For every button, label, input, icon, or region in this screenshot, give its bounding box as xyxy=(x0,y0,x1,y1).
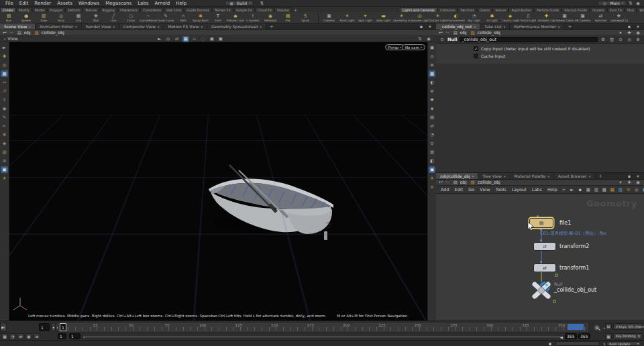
shelf-tool-button[interactable]: ✚ Gamepad Camera xyxy=(610,12,628,23)
tool-strip-icon[interactable]: ✎ xyxy=(1,114,8,121)
shelf-tool-button[interactable]: S Spiral xyxy=(297,12,314,23)
network-editor[interactable]: Geometry ▤ file1 C01-道具模型-船-01（简化）.fbx ⇄… xyxy=(436,194,644,321)
shelf-tool-button[interactable]: ● Sphere xyxy=(17,12,35,23)
network-menu-item[interactable]: Layout xyxy=(510,187,529,192)
tool-strip-icon[interactable]: ↺ xyxy=(1,88,8,95)
chevron-down-icon[interactable]: ▾ xyxy=(617,180,624,186)
playback-option-icon[interactable]: ◔ xyxy=(9,333,16,339)
pane-tab[interactable]: Motion FX View▾ xyxy=(164,23,207,30)
key-state[interactable]: Key Pending ⇅ xyxy=(613,333,643,339)
shelf-tab[interactable]: Collisions xyxy=(437,7,458,12)
viewport-option-icon[interactable]: ◧ xyxy=(429,158,435,164)
parameter-toolbar-icon[interactable]: ⚙ xyxy=(600,37,606,43)
nav-back-icon[interactable]: ↩ xyxy=(3,30,7,36)
pane-tab[interactable]: Material Palette▾ xyxy=(511,173,555,179)
pane-option-icon[interactable]: ▪ xyxy=(418,23,425,30)
pane-menu-icon[interactable]: ▾ xyxy=(427,23,433,30)
tool-strip-icon[interactable]: ► xyxy=(1,44,8,51)
shelf-tool-button[interactable]: ✦ Spot Light xyxy=(356,12,374,23)
pane-menu-icon[interactable]: ▾ xyxy=(558,25,560,29)
view-menu[interactable]: View xyxy=(7,36,17,42)
network-toolbar-icon[interactable]: ▦ xyxy=(585,186,592,192)
viewport-mode-icon[interactable]: ► xyxy=(156,36,163,42)
viewport-mode-icon[interactable]: ▣ xyxy=(217,36,224,42)
path-node-chip[interactable]: ▧ collide_obj xyxy=(470,180,500,186)
pane-menu-icon[interactable]: ▾ xyxy=(548,174,550,178)
pane-tab[interactable]: Asset Browser▾ xyxy=(554,173,595,179)
tool-strip-icon[interactable]: ▣ xyxy=(1,166,8,173)
tool-strip-icon[interactable]: ⇕ xyxy=(1,97,8,103)
transport-button[interactable]: ▶| xyxy=(0,323,7,332)
viewport-option-icon[interactable]: ▦ xyxy=(429,70,435,77)
network-toolbar-icon[interactable]: ✂ xyxy=(561,186,568,192)
network-menu-item[interactable]: Tools xyxy=(494,187,508,192)
node-input-connector[interactable] xyxy=(540,261,542,263)
viewport-option-icon[interactable]: ✚ xyxy=(429,97,435,103)
shelf-tool-button[interactable]: ◉ Metaball xyxy=(262,12,279,23)
shelf-tool-button[interactable]: ▤ File xyxy=(279,12,297,23)
pane-option-icon[interactable]: ▪ xyxy=(626,23,633,30)
keys-info[interactable]: 0 keys, 0/0 channels ⇅ xyxy=(613,323,643,330)
pane-menu-icon[interactable]: ▾ xyxy=(113,25,115,29)
range-start-field[interactable]: 1 xyxy=(58,333,66,339)
tool-strip-icon[interactable]: ◈ xyxy=(1,140,8,147)
pane-option-icon[interactable]: ▪ xyxy=(626,173,633,179)
shelf-tool-button[interactable]: ✚ Ambient Light xyxy=(537,12,555,23)
desktop-selector[interactable]: ▦ Build ▾ xyxy=(225,1,254,6)
shelf-tab[interactable]: Create xyxy=(0,7,16,12)
display-flag[interactable] xyxy=(555,274,558,277)
shelf-tab[interactable]: Polygon xyxy=(47,7,65,12)
playback-option-icon[interactable]: ⇄ xyxy=(17,333,24,339)
shelf-tool-button[interactable]: ☀ Geometry Light xyxy=(392,12,411,23)
tool-strip-icon[interactable]: ⊘ xyxy=(1,158,8,164)
network-toolbar-icon[interactable]: ▥ xyxy=(593,186,600,192)
shelf-tool-button[interactable]: ▯ Portal Light xyxy=(519,12,537,23)
pin-icon[interactable]: ✚ xyxy=(626,30,633,36)
menu-item[interactable]: Arnold xyxy=(152,1,172,6)
shelf-tab[interactable]: Deform xyxy=(65,7,83,12)
network-toolbar-icon[interactable]: ► xyxy=(569,186,576,192)
auto-key-icon[interactable]: ▦ xyxy=(605,333,612,339)
network-toolbar-icon[interactable]: ▤ xyxy=(609,186,616,192)
viewport-option-icon[interactable]: ⊕ xyxy=(429,62,435,68)
shelf-tab[interactable]: Particles xyxy=(458,7,476,12)
viewport-option-icon[interactable]: ▥ xyxy=(429,149,435,156)
shelf-tool-button[interactable]: ✎ Draw Curve xyxy=(157,12,174,23)
viewport-mode-icon[interactable]: ◎ xyxy=(165,36,172,42)
viewport-option-icon[interactable]: ◐ xyxy=(429,79,435,86)
shelf-tool-button[interactable]: ✚ Null xyxy=(87,12,105,23)
shelf-tool-button[interactable]: ◎ Volume Light xyxy=(411,12,429,23)
pane-tab[interactable]: _collide_obj_out▾ xyxy=(436,23,480,30)
shelf-tool-button[interactable]: ◆ Platonic Solids xyxy=(227,12,244,23)
tool-strip-icon[interactable]: ↔ xyxy=(1,79,8,86)
pane-menu-icon[interactable]: ▾ xyxy=(504,174,506,178)
shelf-tool-button[interactable]: ✱ GI Light xyxy=(483,12,501,23)
shelf-tool-button[interactable]: ☀ Distant Light xyxy=(429,12,447,23)
shelf-tab[interactable]: Grains xyxy=(477,7,493,12)
add-pane-tab-button[interactable]: + xyxy=(595,174,606,179)
shelf-tab[interactable]: Texture xyxy=(83,7,100,12)
shelf-tool-button[interactable]: ╱ Line xyxy=(105,12,122,23)
desktop-sync-icon[interactable]: ⇅ xyxy=(258,0,265,6)
tool-strip-icon[interactable]: ✱ xyxy=(1,131,8,138)
menu-item[interactable]: Assets xyxy=(54,1,75,6)
pane-menu-icon[interactable]: ▾ xyxy=(260,25,262,29)
add-pane-tab-button[interactable]: + xyxy=(564,24,575,30)
viewport-mode-icon[interactable]: ▫ xyxy=(191,36,198,42)
follow-icon[interactable]: ◉ xyxy=(635,30,641,36)
shelf-tab[interactable]: Particle Fluids xyxy=(534,7,561,12)
follow-icon[interactable]: ◉ xyxy=(635,180,641,186)
shelf-tool-button[interactable]: ∩ Path xyxy=(174,12,192,23)
menu-item[interactable]: Edit xyxy=(17,1,32,6)
shelf-tab[interactable]: Hair Utils xyxy=(164,7,184,12)
tool-strip-icon[interactable]: ☀ xyxy=(1,175,8,182)
viewport-option-icon[interactable]: ≡ xyxy=(429,184,435,190)
shelf-tool-button[interactable]: ☀ Point Light xyxy=(338,12,356,23)
node-collide-obj-out[interactable] xyxy=(531,281,552,300)
shelf-tool-button[interactable]: ⇄ Switcher xyxy=(592,12,610,23)
shelf-tab[interactable]: Modify xyxy=(16,7,32,12)
shelf-tool-button[interactable]: ▦ Grid xyxy=(70,12,87,23)
shelf-tool-button[interactable]: ▧ Box xyxy=(0,12,17,23)
boat-model[interactable] xyxy=(195,164,349,245)
shelf-tool-button[interactable]: T Font xyxy=(209,12,227,23)
